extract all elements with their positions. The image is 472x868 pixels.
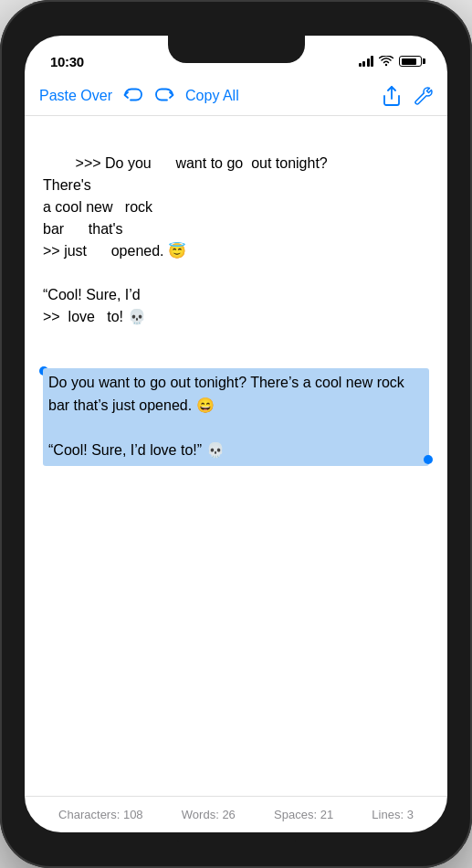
selected-line-2: “Cool! Sure, I’d love to!” 💀 — [48, 442, 225, 458]
paste-over-button[interactable]: Paste Over — [39, 88, 112, 104]
phone-frame: 10:30 Paste Over — [0, 0, 472, 868]
wrench-button[interactable] — [414, 87, 433, 105]
words-stat: Words: 26 — [182, 808, 236, 821]
selection-handle-right — [424, 455, 433, 464]
signal-icon — [359, 56, 374, 67]
selected-line-1: Do you want to go out tonight? There’s a… — [48, 375, 404, 413]
selected-text-block[interactable]: Do you want to go out tonight? There’s a… — [43, 368, 429, 466]
svg-point-0 — [385, 64, 387, 66]
share-button[interactable] — [383, 86, 400, 106]
toolbar: Paste Over Copy All — [25, 76, 447, 116]
raw-line-1: >>> Do you want to go out tonight? There… — [43, 155, 328, 324]
undo-button[interactable] — [123, 88, 143, 104]
content-area[interactable]: >>> Do you want to go out tonight? There… — [25, 116, 447, 796]
copy-all-button[interactable]: Copy All — [185, 88, 372, 104]
raw-text-block: >>> Do you want to go out tonight? There… — [43, 131, 429, 350]
characters-stat: Characters: 108 — [58, 808, 143, 821]
notch — [168, 36, 305, 63]
battery-icon — [399, 56, 422, 67]
phone-screen: 10:30 Paste Over — [25, 36, 447, 832]
toolbar-right — [383, 86, 433, 106]
spaces-stat: Spaces: 21 — [274, 808, 333, 821]
status-icons — [359, 56, 423, 67]
lines-stat: Lines: 3 — [372, 808, 414, 821]
wifi-icon — [379, 56, 393, 67]
stats-bar: Characters: 108 Words: 26 Spaces: 21 Lin… — [25, 796, 447, 832]
status-time: 10:30 — [50, 54, 84, 69]
home-indicator — [177, 838, 296, 842]
redo-button[interactable] — [154, 88, 174, 104]
selected-text-wrapper: Do you want to go out tonight? There’s a… — [43, 365, 429, 466]
